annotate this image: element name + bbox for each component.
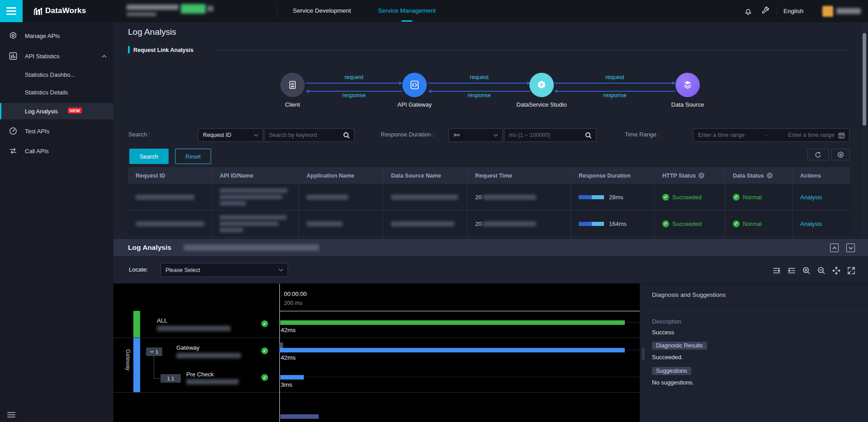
refresh-icon <box>815 151 821 158</box>
flow-edge-1: request response <box>306 74 402 99</box>
tree-connector <box>154 356 154 378</box>
diagnosis-pane: Diagnosis and Suggestions Description Su… <box>642 283 868 422</box>
span-bar-gateway[interactable] <box>279 348 625 352</box>
sidebar-item-label: Statistics Dashbo... <box>25 71 75 78</box>
zoom-in-icon[interactable] <box>802 266 811 275</box>
column-header: HTTP Status ? <box>655 167 725 184</box>
duration-mini-bar <box>579 222 604 226</box>
redacted-text <box>220 221 278 226</box>
span-offset-tick <box>279 342 283 348</box>
avatar[interactable] <box>822 6 833 17</box>
timeline-scale: 200 ms <box>284 300 302 306</box>
span-duration: 42ms <box>281 354 296 361</box>
menu-toggle-button[interactable] <box>0 0 23 22</box>
span-bar-partial[interactable] <box>280 414 319 419</box>
language-switcher[interactable]: English <box>783 8 803 14</box>
redacted-text <box>127 12 156 16</box>
redacted-text <box>307 195 348 200</box>
keyword-search-input[interactable] <box>264 131 343 139</box>
sidebar-item-statistics-details[interactable]: Statistics Details <box>0 84 113 100</box>
chevron-down-icon <box>493 134 498 137</box>
locate-select[interactable]: Please Select <box>160 263 288 277</box>
time-start-placeholder: Enter a time range <box>693 132 745 138</box>
sidebar-item-call-apis[interactable]: Call APIs <box>0 143 113 159</box>
redacted-text <box>207 6 213 11</box>
sidebar-item-label: Log Analysis <box>25 108 58 115</box>
reset-button[interactable]: Reset <box>175 149 211 164</box>
duration-value-input[interactable] <box>505 131 585 139</box>
expand-all-icon[interactable] <box>772 266 781 275</box>
duration-operator-select[interactable]: >= <box>448 128 503 142</box>
span-bar-pre-check[interactable] <box>280 375 304 380</box>
table-row[interactable]: 20 28ms ✓ Succeeded ✓ Normal Anal <box>128 184 850 211</box>
panel-header: Log Analysis <box>113 239 868 256</box>
success-check-icon: ✓ <box>261 320 268 327</box>
new-badge: NEW <box>68 108 82 113</box>
redacted-text <box>483 195 536 200</box>
help-icon[interactable]: ? <box>698 173 704 178</box>
tree-connector <box>154 378 160 379</box>
span-label[interactable]: Pre Check <box>186 371 214 378</box>
group-label: Gateway <box>125 349 131 370</box>
request-arrow <box>306 83 401 84</box>
tab-service-development[interactable]: Service Development <box>288 0 356 22</box>
chevron-down-icon <box>849 247 853 249</box>
pane-collapse-handle[interactable] <box>642 347 645 360</box>
divider <box>277 4 277 18</box>
section-accent-bar <box>128 46 130 53</box>
search-field-select[interactable]: Request ID <box>198 128 263 142</box>
span-index-badge[interactable]: 1 <box>146 347 162 356</box>
active-tab-indicator <box>401 20 412 22</box>
reset-position-icon[interactable] <box>832 266 841 275</box>
workspace-selector[interactable] <box>124 0 274 22</box>
sidebar-item-log-analysis[interactable]: Log Analysis NEW <box>0 103 115 119</box>
collapse-all-icon[interactable] <box>787 266 796 275</box>
scrollbar-thumb[interactable] <box>863 33 866 126</box>
tab-service-management[interactable]: Service Management <box>373 0 441 22</box>
help-icon[interactable]: ? <box>767 173 773 178</box>
row-divider <box>113 392 640 393</box>
table-row[interactable]: 20 164ms ✓ Succeeded ✓ Normal Ana <box>128 211 850 237</box>
span-label[interactable]: Gateway <box>176 344 199 351</box>
column-header: Data Source Name <box>383 167 467 184</box>
notification-bell-icon[interactable] <box>744 7 753 16</box>
time-range-picker[interactable]: Enter a time range - Enter a time range <box>693 128 849 142</box>
search-icon[interactable] <box>343 132 350 139</box>
request-time-prefix: 20 <box>475 220 481 227</box>
sidebar-collapse-button[interactable] <box>7 411 16 418</box>
refresh-button[interactable] <box>807 149 829 160</box>
search-button[interactable]: Search <box>129 149 169 164</box>
call-arrows-icon <box>9 147 17 155</box>
wrench-icon[interactable] <box>761 7 770 16</box>
fullscreen-icon[interactable] <box>847 266 856 275</box>
flow-edge-3: request response <box>554 74 675 99</box>
dataworks-logo-icon <box>33 6 43 17</box>
panel-expand-up-button[interactable] <box>830 244 839 252</box>
sidebar-item-manage-apis[interactable]: Manage APIs <box>0 28 113 44</box>
redacted-text <box>176 353 241 358</box>
span-label[interactable]: ALL <box>157 317 167 324</box>
column-header: Request ID <box>128 167 212 184</box>
workspace-env-badge <box>181 4 206 14</box>
search-icon[interactable] <box>585 132 592 139</box>
flow-node-label: Data Source <box>647 101 728 108</box>
sidebar-item-test-apis[interactable]: Test APIs <box>0 123 113 139</box>
response-label: response <box>428 92 530 98</box>
column-settings-button[interactable] <box>831 149 850 160</box>
analysis-link[interactable]: Analysis <box>800 194 822 201</box>
duration-filter-label: Response Duration : <box>381 131 434 138</box>
zoom-out-icon[interactable] <box>817 266 826 275</box>
span-index-badge[interactable]: 1.1 <box>160 374 181 383</box>
page-scrollbar[interactable] <box>862 22 867 239</box>
span-bar-all[interactable] <box>280 320 625 325</box>
suggestions-value: No suggestions. <box>652 379 694 386</box>
flow-node-data-source <box>675 73 700 97</box>
api-gateway-icon <box>409 80 420 90</box>
sidebar-item-statistics-dashboard[interactable]: Statistics Dashbo... <box>0 66 113 83</box>
diagnosis-title: Diagnosis and Suggestions <box>652 291 726 298</box>
timeline-start-time: 00:00:00 <box>284 291 307 297</box>
sidebar-item-api-statistics[interactable]: API Statistics <box>0 48 113 64</box>
analysis-link[interactable]: Analysis <box>800 220 822 227</box>
panel-collapse-down-button[interactable] <box>846 244 855 252</box>
diagnostic-results-tag: Diagnostic Results <box>652 342 707 350</box>
